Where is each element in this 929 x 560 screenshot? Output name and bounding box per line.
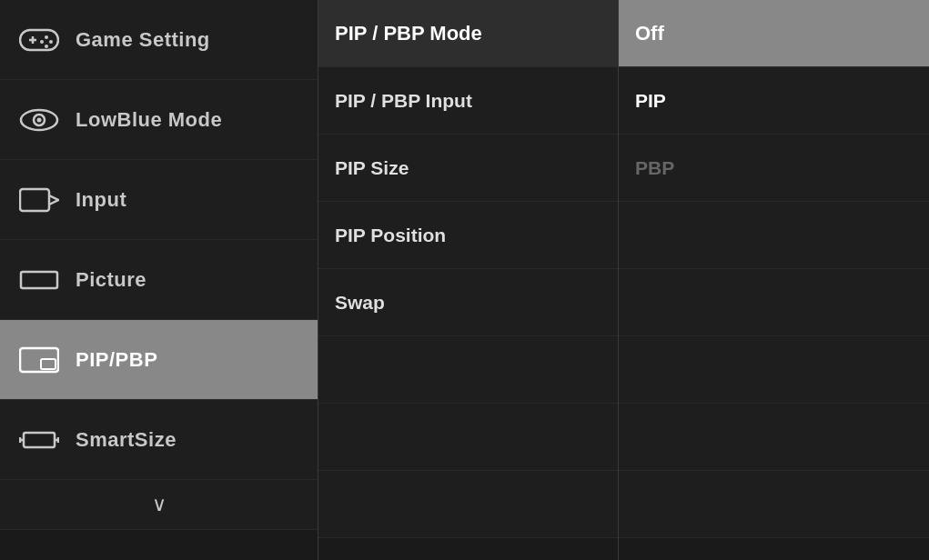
svg-point-5	[40, 40, 44, 44]
right-row-empty5	[619, 471, 929, 538]
svg-rect-13	[41, 359, 56, 369]
svg-point-6	[45, 45, 48, 48]
sidebar-item-picture[interactable]: Picture	[0, 240, 318, 320]
mid-row-pip-pbp-mode[interactable]: PIP / PBP Mode	[318, 0, 618, 67]
mid-row-empty3	[318, 471, 618, 538]
sidebar-item-label-game-setting: Game Setting	[76, 28, 210, 52]
svg-rect-11	[21, 272, 57, 288]
right-row-label-pip: PIP	[635, 90, 666, 112]
right-row-empty3	[619, 336, 929, 404]
mid-row-empty2	[318, 404, 618, 471]
mid-row-label-pip-position: PIP Position	[335, 225, 446, 246]
right-row-empty2	[619, 269, 929, 336]
menu-container: Game Setting LowBlue Mode Input	[0, 0, 929, 560]
gamepad-icon	[18, 24, 59, 55]
smartsize-icon	[18, 424, 59, 455]
sidebar-item-label-picture: Picture	[76, 268, 146, 292]
sidebar-item-label-lowblue: LowBlue Mode	[76, 108, 222, 132]
right-row-pip[interactable]: PIP	[619, 67, 929, 135]
svg-rect-14	[24, 433, 55, 447]
svg-point-4	[49, 40, 53, 44]
sidebar-item-label-smartsize: SmartSize	[76, 428, 177, 452]
sidebar: Game Setting LowBlue Mode Input	[0, 0, 318, 560]
picture-icon	[18, 264, 59, 295]
sidebar-item-label-input: Input	[76, 188, 126, 212]
right-row-off[interactable]: Off	[619, 0, 929, 67]
right-column: Off PIP PBP	[619, 0, 929, 560]
mid-row-label-pip-size: PIP Size	[335, 157, 409, 179]
eye-icon	[18, 104, 59, 135]
sidebar-item-game-setting[interactable]: Game Setting	[0, 0, 318, 80]
sidebar-item-input[interactable]: Input	[0, 160, 318, 240]
middle-column: PIP / PBP Mode PIP / PBP Input PIP Size …	[318, 0, 619, 560]
chevron-down-icon: ∨	[152, 493, 167, 516]
mid-row-pip-pbp-input[interactable]: PIP / PBP Input	[318, 67, 618, 135]
sidebar-item-smartsize[interactable]: SmartSize	[0, 400, 318, 480]
svg-point-3	[45, 35, 48, 39]
right-row-label-pbp: PBP	[635, 157, 674, 179]
svg-point-9	[36, 117, 41, 122]
svg-rect-0	[20, 30, 58, 50]
mid-row-label-pip-pbp-mode: PIP / PBP Mode	[335, 22, 482, 45]
mid-row-pip-size[interactable]: PIP Size	[318, 135, 618, 202]
right-row-pbp[interactable]: PBP	[619, 135, 929, 202]
pip-icon	[18, 344, 59, 375]
mid-row-label-pip-pbp-input: PIP / PBP Input	[335, 90, 472, 112]
mid-row-empty1	[318, 336, 618, 404]
sidebar-chevron-down[interactable]: ∨	[0, 480, 318, 530]
input-icon	[18, 184, 59, 215]
mid-row-swap[interactable]: Swap	[318, 269, 618, 336]
svg-rect-10	[20, 189, 49, 211]
right-row-label-off: Off	[635, 22, 664, 45]
sidebar-item-pip-pbp[interactable]: PIP/PBP	[0, 320, 318, 400]
sidebar-item-label-pip-pbp: PIP/PBP	[76, 348, 157, 372]
mid-row-label-swap: Swap	[335, 292, 385, 314]
mid-row-pip-position[interactable]: PIP Position	[318, 202, 618, 269]
right-row-empty4	[619, 404, 929, 471]
sidebar-item-lowblue-mode[interactable]: LowBlue Mode	[0, 80, 318, 160]
right-row-empty1	[619, 202, 929, 269]
